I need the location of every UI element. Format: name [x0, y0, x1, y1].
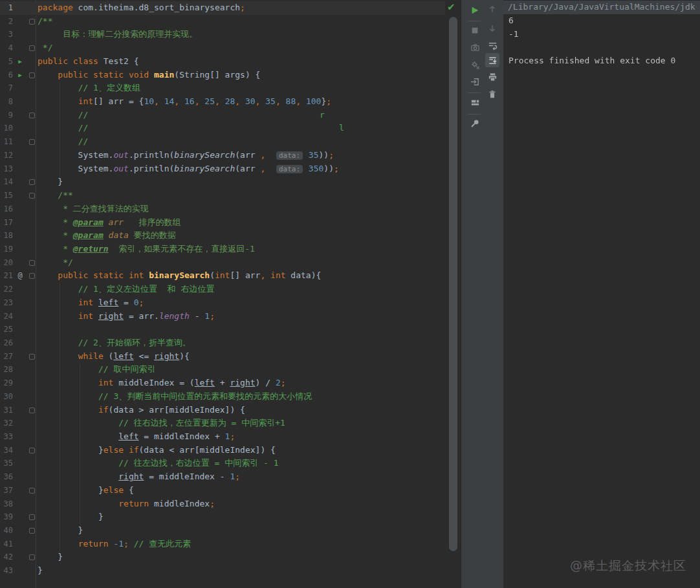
code-line[interactable]: 34 }else if(data < arr[middleIndex]) {: [0, 444, 445, 457]
line-number[interactable]: 15: [0, 189, 13, 202]
fold-marker[interactable]: [27, 175, 38, 189]
line-number[interactable]: 8: [0, 95, 13, 109]
line-number[interactable]: 14: [0, 175, 13, 189]
code-line[interactable]: 33 left = middleIndex + 1;: [0, 430, 445, 444]
code-line[interactable]: 6▶ public static void main(String[] args…: [0, 69, 445, 82]
pin-icon[interactable]: [468, 116, 482, 131]
line-number[interactable]: 19: [0, 243, 13, 256]
line-number[interactable]: 13: [0, 162, 13, 176]
line-number[interactable]: 43: [0, 564, 13, 578]
code-line[interactable]: 20 */: [0, 256, 445, 270]
fold-marker[interactable]: [27, 269, 38, 283]
code-line[interactable]: 23 int left = 0;: [0, 296, 445, 310]
code-line[interactable]: 11 //: [0, 135, 445, 149]
code-line[interactable]: 27 while (left <= right){: [0, 350, 445, 364]
line-number[interactable]: 23: [0, 296, 13, 310]
code-line[interactable]: 1package com.itheima.d8_sort_binarysearc…: [0, 1, 445, 15]
stop-icon[interactable]: [468, 23, 482, 38]
line-number[interactable]: 21: [0, 269, 13, 283]
line-number[interactable]: 42: [0, 550, 13, 564]
line-number[interactable]: 27: [0, 350, 13, 364]
code-line[interactable]: 5▶public class Test2 {: [0, 55, 445, 69]
fold-marker[interactable]: [27, 404, 38, 417]
code-line[interactable]: 28 // 取中间索引: [0, 363, 445, 376]
fold-marker[interactable]: [27, 189, 38, 202]
line-number[interactable]: 24: [0, 310, 13, 323]
line-number[interactable]: 37: [0, 484, 13, 497]
build-gear-icon[interactable]: [468, 58, 482, 72]
line-number[interactable]: 28: [0, 363, 13, 376]
line-number[interactable]: 33: [0, 430, 13, 444]
code-line[interactable]: 14 }: [0, 175, 445, 189]
code-line[interactable]: 18 * @param data 要找的数据: [0, 229, 445, 243]
code-line[interactable]: 38 return middleIndex;: [0, 497, 445, 511]
line-number[interactable]: 17: [0, 216, 13, 230]
code-line[interactable]: 8 int[] arr = {10, 14, 16, 25, 28, 30, 3…: [0, 95, 445, 109]
line-number[interactable]: 41: [0, 538, 13, 551]
soft-wrap-icon[interactable]: [485, 38, 499, 52]
code-line[interactable]: 43}: [0, 564, 445, 578]
code-line[interactable]: 30 // 3、判断当前中间位置的元素和要找的元素的大小情况: [0, 390, 445, 404]
rerun-play-icon[interactable]: [468, 3, 482, 17]
code-line[interactable]: 42 }: [0, 550, 445, 564]
code-line[interactable]: 31 if(data > arr[middleIndex]) {: [0, 404, 445, 417]
scrollbar-thumb[interactable]: [449, 17, 457, 551]
line-number[interactable]: 32: [0, 417, 13, 430]
line-number[interactable]: 31: [0, 404, 13, 417]
fold-marker[interactable]: [27, 524, 38, 538]
fold-marker[interactable]: [27, 510, 38, 524]
line-number[interactable]: 26: [0, 336, 13, 350]
line-number[interactable]: 4: [0, 41, 13, 55]
line-number[interactable]: 36: [0, 470, 13, 484]
code-editor[interactable]: 1package com.itheima.d8_sort_binarysearc…: [0, 0, 445, 588]
line-number[interactable]: 7: [0, 82, 13, 95]
line-number[interactable]: 6: [0, 69, 13, 82]
code-line[interactable]: 37 }else {: [0, 484, 445, 497]
camera-thread-dump-icon[interactable]: [468, 40, 482, 54]
code-line[interactable]: 9 //r: [0, 109, 445, 122]
line-number[interactable]: 2: [0, 15, 13, 28]
line-number[interactable]: 16: [0, 202, 13, 216]
arrow-down-icon[interactable]: [485, 21, 499, 36]
line-number[interactable]: 38: [0, 497, 13, 511]
attach-arrow-box-icon[interactable]: [468, 74, 482, 89]
line-number[interactable]: 40: [0, 524, 13, 538]
fold-marker[interactable]: [27, 484, 38, 497]
line-number[interactable]: 35: [0, 457, 13, 470]
scroll-to-end-icon[interactable]: [485, 53, 499, 67]
code-line[interactable]: 40 }: [0, 524, 445, 538]
code-line[interactable]: 10 //l: [0, 122, 445, 135]
inspections-ok-check-icon[interactable]: ✔: [447, 1, 455, 13]
arrow-up-icon[interactable]: [485, 2, 499, 16]
clear-trash-icon[interactable]: [485, 87, 499, 102]
code-line[interactable]: 35 // 往左边找，右边位置 = 中间索引 - 1: [0, 457, 445, 470]
fold-marker[interactable]: [27, 41, 38, 55]
line-number[interactable]: 10: [0, 122, 13, 135]
code-line[interactable]: 15 /**: [0, 189, 445, 202]
code-line[interactable]: 19 * @return 索引，如果元素不存在，直接返回-1: [0, 243, 445, 256]
line-number[interactable]: 5: [0, 55, 13, 69]
code-line[interactable]: 3 目标：理解二分搜索的原理并实现。: [0, 28, 445, 41]
code-line[interactable]: 17 * @param arr 排序的数组: [0, 216, 445, 230]
fold-marker[interactable]: [27, 109, 38, 122]
fold-marker[interactable]: [27, 350, 38, 364]
restore-layout-icon[interactable]: [468, 95, 482, 109]
code-line[interactable]: 36 right = middleIndex - 1;: [0, 470, 445, 484]
fold-marker[interactable]: [27, 444, 38, 457]
run-gutter-icon[interactable]: ▶: [13, 69, 27, 82]
fold-marker[interactable]: [27, 15, 38, 28]
code-line[interactable]: 13 System.out.println(binarySearch(arr ,…: [0, 162, 445, 176]
line-number[interactable]: 20: [0, 256, 13, 270]
line-number[interactable]: 29: [0, 376, 13, 390]
line-number[interactable]: 25: [0, 323, 13, 336]
code-line[interactable]: 29 int middleIndex = (left + right) / 2;: [0, 376, 445, 390]
line-number[interactable]: 18: [0, 229, 13, 243]
code-line[interactable]: 2/**: [0, 15, 445, 28]
line-number[interactable]: 12: [0, 149, 13, 162]
code-line[interactable]: 4 */: [0, 41, 445, 55]
line-number[interactable]: 3: [0, 28, 13, 41]
code-line[interactable]: 39 }: [0, 510, 445, 524]
code-line[interactable]: 21@ public static int binarySearch(int[]…: [0, 269, 445, 283]
code-line[interactable]: 41 return -1; // 查无此元素: [0, 538, 445, 551]
run-gutter-icon[interactable]: ▶: [13, 55, 27, 69]
